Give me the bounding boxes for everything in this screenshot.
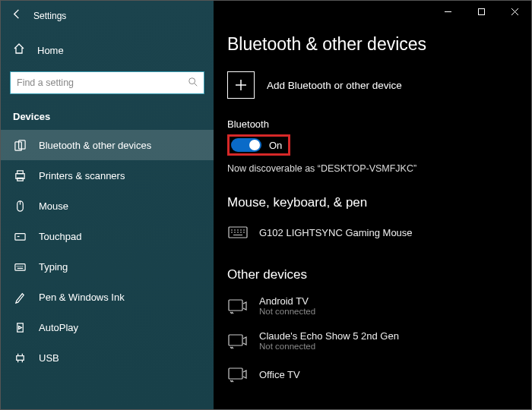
device-status: Not connected bbox=[259, 342, 399, 351]
svg-rect-8 bbox=[14, 233, 24, 240]
sidebar-item-label: Touchpad bbox=[39, 231, 81, 242]
bluetooth-label: Bluetooth bbox=[227, 118, 518, 130]
sidebar-item-label: Bluetooth & other devices bbox=[39, 140, 151, 151]
sidebar-item-icon bbox=[13, 320, 27, 334]
maximize-button[interactable] bbox=[464, 1, 498, 22]
bluetooth-state: On bbox=[269, 140, 282, 151]
home-nav[interactable]: Home bbox=[1, 35, 214, 65]
device-name: Office TV bbox=[259, 369, 300, 380]
sidebar-item-label: Mouse bbox=[39, 200, 68, 212]
device-name: Android TV bbox=[259, 295, 315, 307]
sidebar-item-1[interactable]: Printers & scanners bbox=[1, 160, 214, 191]
other-devices-list: Android TVNot connectedClaude's Echo Sho… bbox=[227, 292, 518, 394]
media-device-icon bbox=[227, 332, 249, 350]
sidebar-item-0[interactable]: Bluetooth & other devices bbox=[1, 130, 214, 160]
minimize-button[interactable] bbox=[431, 1, 464, 22]
add-device-button[interactable]: Add Bluetooth or other device bbox=[227, 71, 518, 99]
search-wrap bbox=[10, 71, 204, 94]
sidebar-item-label: Pen & Windows Ink bbox=[39, 292, 125, 303]
sidebar-item-label: Typing bbox=[39, 261, 68, 273]
svg-rect-5 bbox=[17, 178, 23, 181]
bluetooth-toggle[interactable] bbox=[231, 138, 261, 152]
sidebar-item-7[interactable]: USB bbox=[1, 342, 214, 373]
sidebar-item-icon bbox=[13, 351, 27, 364]
discoverable-text: Now discoverable as “DESKTOP-VSMFJKC” bbox=[227, 163, 518, 174]
plus-icon bbox=[227, 71, 255, 99]
search-input[interactable] bbox=[10, 71, 204, 94]
svg-rect-16 bbox=[229, 300, 242, 311]
device-row-mouse[interactable]: G102 LIGHTSYNC Gaming Mouse bbox=[227, 219, 518, 252]
svg-rect-17 bbox=[229, 335, 242, 345]
page-title: Bluetooth & other devices bbox=[227, 34, 518, 55]
svg-rect-10 bbox=[14, 263, 24, 270]
sidebar-item-icon bbox=[13, 260, 27, 273]
media-device-icon bbox=[227, 297, 249, 315]
svg-marker-12 bbox=[18, 326, 21, 329]
home-icon bbox=[13, 43, 25, 58]
sidebar-item-4[interactable]: Typing bbox=[1, 251, 214, 282]
content: Bluetooth & other devices Add Bluetooth … bbox=[214, 1, 531, 394]
section-other-heading: Other devices bbox=[227, 267, 518, 282]
device-row-other-1[interactable]: Claude's Echo Show 5 2nd GenNot connecte… bbox=[227, 326, 518, 361]
sidebar-item-icon bbox=[13, 138, 27, 152]
svg-rect-14 bbox=[478, 8, 484, 14]
section-mouse-heading: Mouse, keyboard, & pen bbox=[227, 195, 518, 210]
sidebar-item-3[interactable]: Touchpad bbox=[1, 221, 214, 251]
sidebar-item-label: Printers & scanners bbox=[39, 170, 125, 181]
device-name: Claude's Echo Show 5 2nd Gen bbox=[259, 330, 399, 342]
svg-rect-13 bbox=[16, 355, 23, 360]
sidebar-item-icon bbox=[13, 199, 27, 213]
settings-title: Settings bbox=[33, 11, 66, 21]
svg-rect-4 bbox=[17, 170, 23, 173]
sidebar-items: Bluetooth & other devicesPrinters & scan… bbox=[1, 130, 214, 373]
device-status: Not connected bbox=[259, 307, 315, 316]
device-name: G102 LIGHTSYNC Gaming Mouse bbox=[259, 227, 413, 238]
back-arrow-icon bbox=[11, 8, 23, 23]
home-label: Home bbox=[37, 45, 64, 56]
sidebar-item-icon bbox=[13, 169, 27, 182]
sidebar: Settings Home Devices Bluetooth & other … bbox=[1, 1, 214, 409]
sidebar-item-5[interactable]: Pen & Windows Ink bbox=[1, 282, 214, 312]
sidebar-item-6[interactable]: AutoPlay bbox=[1, 312, 214, 342]
add-device-label: Add Bluetooth or other device bbox=[267, 80, 402, 91]
device-row-other-0[interactable]: Android TVNot connected bbox=[227, 292, 518, 326]
main-panel: Bluetooth & other devices Add Bluetooth … bbox=[214, 1, 531, 409]
keyboard-icon bbox=[227, 223, 249, 241]
sidebar-item-label: USB bbox=[39, 352, 59, 364]
back-row[interactable]: Settings bbox=[1, 1, 214, 30]
search-icon bbox=[188, 77, 198, 87]
close-button[interactable] bbox=[498, 1, 531, 22]
sidebar-item-icon bbox=[13, 290, 27, 304]
sidebar-item-icon bbox=[13, 229, 27, 243]
device-row-other-2[interactable]: Office TV bbox=[227, 361, 518, 394]
svg-point-0 bbox=[189, 78, 195, 84]
sidebar-item-2[interactable]: Mouse bbox=[1, 191, 214, 221]
sidebar-item-label: AutoPlay bbox=[39, 322, 78, 333]
window-controls bbox=[431, 1, 531, 22]
svg-rect-18 bbox=[229, 368, 242, 379]
sidebar-section-label: Devices bbox=[1, 100, 214, 130]
bluetooth-toggle-highlight: On bbox=[227, 134, 290, 156]
media-device-icon bbox=[227, 365, 249, 383]
